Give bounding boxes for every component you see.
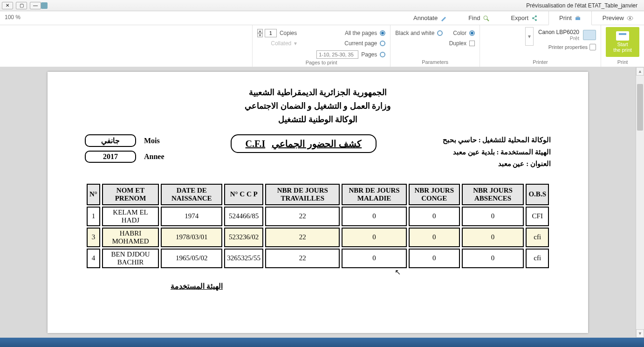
group-caption: Print xyxy=(606,58,639,66)
cell: 0 xyxy=(342,228,406,247)
tab-label: Annotate xyxy=(413,14,438,21)
scroll-up-icon[interactable]: ▲ xyxy=(636,67,644,76)
color-label: Color xyxy=(453,30,466,36)
titlebar: Prévisualisation de l'état ETAT_Table_ja… xyxy=(0,0,644,11)
window-controls: ✕ ▢ — xyxy=(2,2,41,9)
ribbon-panel: Start the print Print Canon LBP6020 Prêt xyxy=(0,25,644,67)
collated-label: Collated xyxy=(271,40,291,47)
app-window: Prévisualisation de l'état ETAT_Table_ja… xyxy=(0,0,644,347)
current-page-label: Current page xyxy=(344,40,377,47)
annee-label: Annee xyxy=(144,153,164,161)
cell: 0 xyxy=(462,207,524,226)
share-icon xyxy=(531,15,538,21)
taskbar xyxy=(0,338,644,347)
svg-point-1 xyxy=(629,17,631,19)
vertical-scrollbar[interactable]: ▲ ▼ xyxy=(636,67,644,338)
cell: 22 xyxy=(265,207,340,226)
duplex-checkbox[interactable] xyxy=(469,41,475,46)
meta-right: الوكالة المحلية للتشغيل : حاسي بحبح الهي… xyxy=(443,134,551,170)
tab-preview[interactable]: Preview xyxy=(592,11,644,25)
color-radio[interactable] xyxy=(469,30,475,36)
printer-dropdown[interactable]: ▾ xyxy=(525,27,534,46)
scroll-down-icon[interactable]: ▼ xyxy=(636,329,644,338)
scroll-thumb[interactable] xyxy=(637,84,643,131)
svg-line-7 xyxy=(533,16,536,18)
app-icon xyxy=(41,2,48,9)
chevron-down-icon: ▾ xyxy=(294,40,297,47)
copies-input[interactable] xyxy=(265,29,277,37)
tab-label: Preview xyxy=(603,14,624,21)
group-caption: Pages to print xyxy=(257,59,385,66)
tab-find[interactable]: Find xyxy=(458,11,500,25)
table-row: 1KELAM EL HADJ1974524466/8522000CFI xyxy=(87,207,549,226)
group-parameters: Black and white Color Duplex Parameters xyxy=(390,25,480,67)
doc-header: الجمهورية الجزائرية الديمقراطية الشعبية … xyxy=(85,86,551,126)
meta-line: الهيئة المستخدمة : بلدية عين معبد xyxy=(443,146,551,159)
bw-label: Black and white xyxy=(395,30,434,36)
cell: cfi xyxy=(526,228,549,247)
printer-properties-link[interactable]: Printer properties xyxy=(548,44,596,50)
pages-input[interactable] xyxy=(316,50,358,59)
tab-export[interactable]: Export xyxy=(500,11,548,25)
header-line: وزارة العمل و التشغيل و الضمان الاجتماعي xyxy=(85,99,551,113)
preview-area: الجمهورية الجزائرية الديمقراطية الشعبية … xyxy=(0,67,644,338)
printer-icon xyxy=(575,15,581,21)
duplex-label: Duplex xyxy=(449,40,466,47)
col-header: N° C C P xyxy=(224,184,263,205)
maximize-button[interactable]: ▢ xyxy=(16,2,27,9)
document-page: الجمهورية الجزائرية الديمقراطية الشعبية … xyxy=(48,72,588,333)
close-button[interactable]: ✕ xyxy=(2,2,13,9)
group-caption: Parameters xyxy=(395,58,475,66)
header-line: الوكالة الوطنية للتشغيل xyxy=(85,113,551,126)
printer-status: Prêt xyxy=(538,35,579,41)
tab-label: Print xyxy=(559,14,572,21)
start-print-button[interactable]: Start the print xyxy=(606,27,639,57)
pencil-icon xyxy=(440,15,447,21)
svg-line-8 xyxy=(533,18,536,20)
cell: 0 xyxy=(409,249,460,268)
all-pages-radio[interactable] xyxy=(380,30,385,36)
svg-line-10 xyxy=(487,19,489,21)
eye-icon xyxy=(627,15,633,21)
meta-left: جانفي Mois 2017 Annee xyxy=(85,134,164,167)
table-row: 4BEN DJDOU BACHIR1965/05/023265325/55220… xyxy=(87,249,549,268)
group-caption: Printer xyxy=(485,58,596,66)
col-header: NBR DE JOURS TRAVAILLES xyxy=(265,184,340,205)
window-title: Prévisualisation de l'état ETAT_Table_ja… xyxy=(48,2,642,9)
col-header: N° xyxy=(87,184,100,205)
title-fr: C.F.I xyxy=(246,139,266,149)
current-page-radio[interactable] xyxy=(380,41,385,46)
cell: 0 xyxy=(342,249,406,268)
mois-box: جانفي xyxy=(85,134,136,147)
cell: 22 xyxy=(265,249,340,268)
pages-radio[interactable] xyxy=(380,52,385,57)
doc-footer: الهيئة المستخدمة xyxy=(85,282,308,291)
col-header: NBR JOURS CONGE xyxy=(409,184,460,205)
mois-label: Mois xyxy=(144,137,160,145)
preview-canvas[interactable]: الجمهورية الجزائرية الديمقراطية الشعبية … xyxy=(0,67,636,338)
group-printer: Canon LBP6020 Prêt Printer properties ▾ … xyxy=(480,25,601,67)
zoom-level[interactable]: 100 % xyxy=(0,11,25,25)
cell: CFI xyxy=(526,207,549,226)
col-header: NBR JOURS ABSENCES xyxy=(462,184,524,205)
bw-radio[interactable] xyxy=(437,30,443,36)
cell: 524466/85 xyxy=(224,207,263,226)
annee-box: 2017 xyxy=(85,151,136,163)
cell: 1965/05/02 xyxy=(161,249,222,268)
data-table: N°NOM ET PRENOMDATE DE NAISSANCEN° C C P… xyxy=(85,182,551,270)
cell: 1978/03/01 xyxy=(161,228,222,247)
meta-line: الوكالة المحلية للتشغيل : حاسي بحبح xyxy=(443,134,551,146)
doc-meta-row: جانفي Mois 2017 Annee كشف الحضور الجماعي… xyxy=(85,134,551,170)
cell: 0 xyxy=(462,228,524,247)
button-label: Start the print xyxy=(613,42,632,53)
minimize-button[interactable]: — xyxy=(30,2,41,9)
tab-print[interactable]: Print xyxy=(548,11,592,25)
copies-spinner[interactable]: ▲▼ xyxy=(257,29,277,37)
tab-annotate[interactable]: Annotate xyxy=(403,11,458,25)
ribbon-tabs: Preview Print Export Find Annotate 100 % xyxy=(0,11,644,25)
cell: BEN DJDOU BACHIR xyxy=(102,249,159,268)
search-icon xyxy=(483,15,489,21)
gear-icon xyxy=(589,44,596,50)
col-header: DATE DE NAISSANCE xyxy=(161,184,222,205)
tab-label: Find xyxy=(468,14,480,21)
